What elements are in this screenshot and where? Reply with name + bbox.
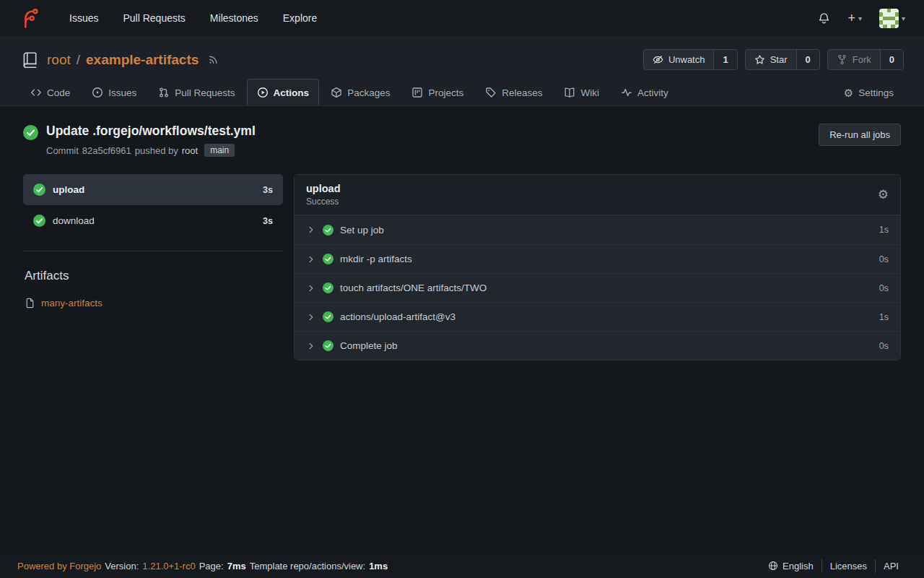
tab-packages[interactable]: Packages [321, 79, 400, 105]
artifacts-heading: Artifacts [23, 269, 283, 283]
create-new-button[interactable]: + ▾ [847, 12, 862, 25]
powered-by-link[interactable]: Powered by Forgejo [17, 561, 101, 571]
repo-breadcrumb: root / example-artifacts [47, 52, 199, 68]
forks-count[interactable]: 0 [880, 50, 903, 69]
star-button[interactable]: Star [746, 50, 796, 69]
template-time-label: Template repo/actions/view: [250, 561, 365, 571]
tab-wiki[interactable]: Wiki [554, 79, 609, 105]
commit-sha-link[interactable]: 82a5cf6961 [82, 145, 131, 156]
code-icon [30, 87, 42, 98]
run-body: upload 3s download 3s Artifacts many-art… [23, 174, 901, 361]
step-label: mkdir -p artifacts [340, 254, 412, 264]
book-icon [564, 87, 575, 98]
user-menu[interactable]: ▾ [879, 9, 905, 28]
job-detail-panel: upload Success ⚙ Set up job 1s mkdir -p … [294, 174, 901, 361]
success-check-icon [23, 125, 38, 140]
step-duration: 0s [879, 341, 889, 351]
nav-milestones[interactable]: Milestones [210, 12, 258, 24]
file-icon [25, 298, 35, 309]
tab-projects[interactable]: Projects [401, 79, 474, 105]
repository-icon [20, 51, 39, 69]
footer-left: Powered by Forgejo Version: 1.21.0+1-rc0… [17, 561, 388, 571]
step-row-set-up-job[interactable]: Set up job 1s [295, 215, 900, 244]
language-selector[interactable]: English [760, 559, 821, 573]
artifact-name: many-artifacts [41, 298, 103, 309]
commit-label: Commit [46, 145, 79, 156]
star-label: Star [770, 54, 788, 65]
job-options-gear-icon[interactable]: ⚙ [878, 189, 889, 201]
step-row-upload-artifact[interactable]: actions/upload-artifact@v3 1s [295, 302, 900, 331]
fork-button[interactable]: Fork [828, 50, 880, 69]
forgejo-logo[interactable] [19, 7, 40, 29]
fork-button-group: Fork 0 [827, 49, 904, 70]
chevron-right-icon [306, 283, 316, 293]
chevron-right-icon [306, 312, 316, 322]
licenses-link[interactable]: Licenses [821, 559, 875, 573]
rerun-all-jobs-button[interactable]: Re-run all jobs [819, 124, 901, 146]
repo-name-link[interactable]: example-artifacts [86, 52, 199, 68]
step-row-mkdir[interactable]: mkdir -p artifacts 0s [295, 244, 900, 273]
success-check-icon [33, 184, 45, 196]
step-label: Set up job [340, 225, 384, 236]
repo-tabs: Code Issues Pull Requests Actions Packag… [20, 79, 904, 105]
tab-actions[interactable]: Actions [247, 79, 320, 105]
tab-pull-requests[interactable]: Pull Requests [148, 79, 245, 105]
nav-issues[interactable]: Issues [69, 12, 98, 24]
unwatch-button[interactable]: Unwatch [644, 50, 714, 69]
navbar-right: + ▾ ▾ [818, 9, 905, 28]
git-pull-request-icon [158, 87, 170, 98]
job-duration: 3s [263, 185, 273, 195]
stars-count[interactable]: 0 [796, 50, 819, 69]
tag-icon [485, 87, 497, 98]
identicon [879, 9, 899, 28]
repo-action-buttons: Unwatch 1 Star 0 [643, 49, 904, 70]
job-status: Success [306, 197, 341, 207]
step-duration: 0s [879, 254, 889, 264]
jobs-sidebar: upload 3s download 3s Artifacts many-art… [23, 174, 283, 309]
rss-feed-button[interactable] [208, 54, 219, 65]
chevron-right-icon [306, 341, 316, 351]
page-time-value: 7ms [227, 561, 246, 571]
tab-releases[interactable]: Releases [475, 79, 552, 105]
step-row-touch[interactable]: touch artifacts/ONE artifacts/TWO 0s [295, 273, 900, 302]
issue-opened-icon [92, 87, 103, 98]
pushed-by-label: pushed by [135, 145, 178, 156]
actions-run-view: Update .forgejo/workflows/test.yml Commi… [0, 106, 924, 553]
run-title-group: Update .forgejo/workflows/test.yml Commi… [23, 124, 256, 157]
tab-issues[interactable]: Issues [82, 79, 147, 105]
job-item-upload[interactable]: upload 3s [23, 174, 283, 205]
job-item-download[interactable]: download 3s [23, 205, 283, 236]
job-detail-name: upload [306, 183, 341, 194]
chevron-right-icon [306, 254, 316, 264]
step-duration: 0s [879, 283, 889, 293]
step-duration: 1s [879, 225, 889, 235]
step-label: Complete job [340, 340, 398, 351]
page-time-label: Page: [199, 561, 224, 571]
bell-icon [818, 12, 830, 25]
api-link[interactable]: API [875, 559, 907, 573]
version-link[interactable]: 1.21.0+1-rc0 [142, 561, 195, 571]
success-check-icon [323, 225, 334, 236]
job-steps-list: Set up job 1s mkdir -p artifacts 0s touc… [295, 215, 900, 360]
notifications-button[interactable] [818, 12, 830, 25]
tab-activity[interactable]: Activity [611, 79, 679, 105]
repo-title-row: root / example-artifacts Unwatch [20, 49, 904, 70]
repo-owner-link[interactable]: root [47, 52, 71, 68]
chevron-right-icon [306, 225, 316, 235]
step-label: touch artifacts/ONE artifacts/TWO [340, 282, 487, 293]
tab-settings[interactable]: ⚙ Settings [834, 79, 904, 105]
commit-author-link[interactable]: root [182, 145, 198, 156]
artifact-link-many-artifacts[interactable]: many-artifacts [23, 298, 283, 309]
tab-code[interactable]: Code [20, 79, 80, 105]
step-row-complete-job[interactable]: Complete job 0s [295, 331, 900, 360]
run-title: Update .forgejo/workflows/test.yml [46, 124, 256, 139]
chevron-down-icon: ▾ [902, 14, 905, 22]
branch-badge[interactable]: main [204, 144, 235, 157]
job-name: upload [53, 184, 84, 195]
success-check-icon [323, 311, 334, 322]
step-duration: 1s [879, 312, 889, 322]
watchers-count[interactable]: 1 [713, 50, 736, 69]
project-icon [411, 87, 423, 98]
nav-pull-requests[interactable]: Pull Requests [123, 12, 185, 24]
nav-explore[interactable]: Explore [283, 12, 317, 24]
